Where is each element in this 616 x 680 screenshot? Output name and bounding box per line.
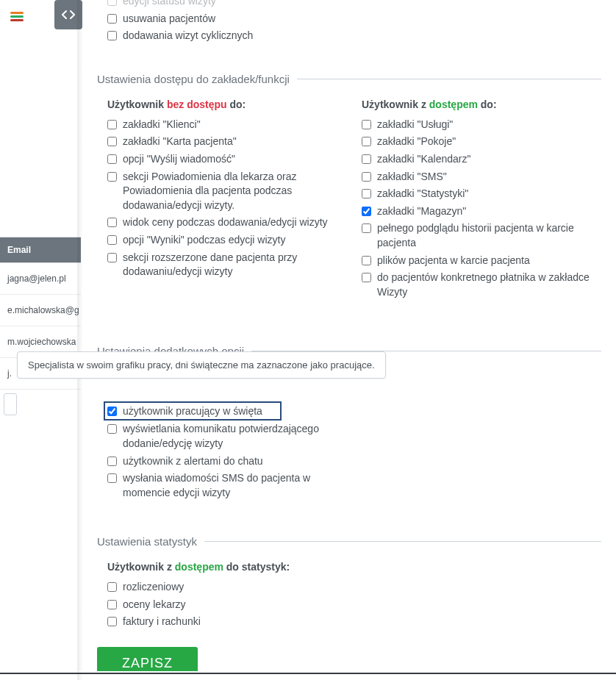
no-access-heading: Użytkownik bez dostępu do: [107,99,347,110]
checkbox-label[interactable]: dodawania wizyt cyklicznych [123,29,253,43]
checkbox-label[interactable]: usuwania pacjentów [123,12,215,26]
background-table: Email jagna@jelen.pl e.michalowska@g m.w… [0,237,81,415]
checkbox-label[interactable]: do pacjentów konkretnego płatnika w zakł… [377,271,601,299]
checkbox-sms-on-edit[interactable] [107,473,117,483]
checkbox-delete-patients[interactable] [107,14,117,24]
checkbox-edit-status[interactable] [107,0,117,6]
checkbox-label[interactable]: opcji "Wyślij wiadomość" [123,152,235,167]
checkbox-stats-invoices[interactable] [107,617,117,626]
checkbox-label[interactable]: zakładki "Usługi" [377,118,453,132]
checkbox-label[interactable]: plików pacjenta w karcie pacjenta [377,254,530,268]
checkbox-tab-clients[interactable] [107,120,117,129]
checkbox-tab-services[interactable] [362,120,371,129]
checkbox-stats-ratings[interactable] [107,600,117,609]
tooltip-holiday-info: Specjalista w swoim grafiku pracy, dni ś… [17,351,386,379]
code-icon [62,10,75,20]
stats-access-heading: Użytkownik z dostępem do statystyk: [107,561,601,573]
table-header-email[interactable]: Email [0,237,81,263]
checkbox-label[interactable]: zakładki "Statystyki" [377,187,468,201]
checkbox-label[interactable]: użytkownik pracujący w święta [123,405,262,417]
checkbox-full-history[interactable] [362,223,371,233]
top-permissions-list: edycji statusu wizyty usuwania pacjentów… [97,0,601,43]
checkbox-label[interactable]: użytkownik z alertami do chatu [123,454,263,469]
checkbox-label[interactable]: widok ceny podczas dodawania/edycji wizy… [123,215,328,230]
highlighted-holiday-option: użytkownik pracujący w święta [104,401,282,420]
checkbox-notifications-section[interactable] [107,172,117,182]
checkbox-label[interactable]: zakładki "Kalendarz" [377,152,470,167]
checkbox-label[interactable]: zakładki "Karta pacjenta" [123,135,237,149]
checkbox-extended-data[interactable] [107,253,117,262]
checkbox-label[interactable]: sekcji rozszerzone dane pacjenta przy do… [123,251,347,279]
checkbox-patient-files[interactable] [362,256,371,265]
no-access-column: Użytkownik bez dostępu do: zakładki "Kli… [107,99,347,303]
left-strip: Email jagna@jelen.pl e.michalowska@g m.w… [0,0,81,680]
checkbox-label[interactable]: sekcji Powiadomienia dla lekarza oraz Po… [123,170,347,213]
checkbox-stats-billing[interactable] [107,582,117,592]
section-title-access: Ustawienia dostępu do zakładek/funkcji [97,73,601,85]
with-access-column: Użytkownik z dostępem do: zakładki "Usłu… [362,99,601,303]
checkbox-tab-sms[interactable] [362,172,371,182]
checkbox-label[interactable]: wyświetlania komunikatu potwierdzającego… [123,422,347,451]
checkbox-label[interactable]: oceny lekarzy [123,598,186,612]
checkbox-send-message[interactable] [107,154,117,164]
checkbox-tab-patient-card[interactable] [107,137,117,146]
checkbox-label[interactable]: rozliczeniowy [123,580,184,595]
checkbox-tab-calendar[interactable] [362,154,371,164]
checkbox-chat-alerts[interactable] [107,457,117,466]
checkbox-cyclic-visits[interactable] [107,31,117,40]
settings-modal: edycji statusu wizyty usuwania pacjentów… [82,0,616,671]
checkbox-tab-warehouse[interactable] [362,207,371,216]
checkbox-price-view[interactable] [107,218,117,227]
checkbox-label[interactable]: zakładki "Klienci" [123,118,201,132]
footer-divider [0,673,616,674]
checkbox-label[interactable]: zakładki "Magazyn" [377,204,466,219]
table-row[interactable]: jagna@jelen.pl [0,263,81,295]
checkbox-label[interactable]: edycji statusu wizyty [123,0,216,9]
checkbox-results-option[interactable] [107,235,117,245]
checkbox-label[interactable]: zakładki "Pokoje" [377,135,456,149]
checkbox-label[interactable]: opcji "Wyniki" podczas edycji wizyty [123,233,285,248]
stats-section: Ustawienia statystyk Użytkownik z dostęp… [97,535,601,629]
checkbox-holiday-worker[interactable] [107,407,117,416]
checkbox-label[interactable]: wysłania wiadomości SMS do pacjenta w mo… [123,471,347,500]
checkbox-confirm-message[interactable] [107,424,117,434]
table-filter-input[interactable] [4,393,17,415]
save-button[interactable]: ZAPISZ [97,647,198,671]
table-row[interactable]: e.michalowska@g [0,295,81,326]
access-section: Ustawienia dostępu do zakładek/funkcji U… [97,73,601,303]
checkbox-label[interactable]: zakładki "SMS" [377,170,447,185]
checkbox-tab-stats[interactable] [362,189,371,198]
with-access-heading: Użytkownik z dostępem do: [362,99,601,110]
checkbox-payer-patients[interactable] [362,273,371,282]
checkbox-label[interactable]: faktury i rachunki [123,615,201,629]
checkbox-label[interactable]: pełnego podglądu historii pacjenta w kar… [377,221,601,250]
checkbox-tab-rooms[interactable] [362,137,371,146]
app-logo [10,12,24,24]
section-title-stats: Ustawienia statystyk [97,535,601,548]
